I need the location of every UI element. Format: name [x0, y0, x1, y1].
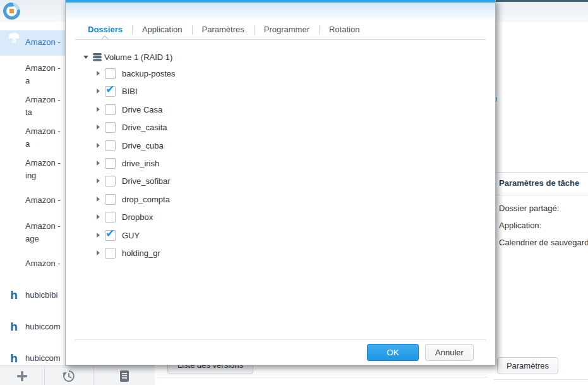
collapse-caret-icon[interactable]	[83, 56, 88, 59]
folder-row[interactable]: ✔ holding_gr	[97, 245, 160, 260]
panel-fields: Dossier partagé:Application:Calendrier d…	[499, 200, 588, 251]
folder-tree: Volume 1 (RAID 1) ✔ backup-postes ✔ BIBI…	[75, 46, 486, 267]
folder-checkbox[interactable]: ✔	[105, 104, 116, 115]
dialog-separator	[75, 339, 486, 340]
folder-checkbox[interactable]: ✔	[105, 86, 116, 97]
folder-label: drive_irish	[122, 159, 159, 168]
expand-caret-icon[interactable]	[97, 178, 100, 183]
checkmark-icon: ✔	[105, 83, 114, 96]
folder-checkbox[interactable]: ✔	[105, 248, 116, 259]
folder-label: Dropbox	[122, 212, 153, 222]
folder-checkbox[interactable]: ✔	[105, 212, 116, 223]
log-icon	[119, 370, 130, 382]
folder-row[interactable]: ✔ GUY	[97, 228, 140, 243]
add-task-button[interactable]	[0, 366, 45, 385]
expand-caret-icon[interactable]	[97, 125, 100, 130]
screen: a Amazon - a Amazon -a a Amazon -ta a Am…	[0, 0, 588, 385]
folder-checkbox[interactable]: ✔	[105, 176, 116, 186]
folder-row[interactable]: ✔ Drive Casa	[97, 102, 162, 117]
tabs-underline	[75, 39, 486, 40]
folder-label: drop_compta	[122, 195, 170, 204]
folder-checkbox[interactable]: ✔	[105, 194, 116, 205]
cloud-service-icon: h	[8, 321, 20, 333]
log-button[interactable]	[93, 366, 155, 385]
panel-title: Paramètres de tâche	[499, 178, 588, 188]
expand-caret-icon[interactable]	[97, 71, 100, 76]
folder-checkbox[interactable]: ✔	[105, 68, 116, 79]
folder-label: Drive_cuba	[122, 141, 164, 150]
folder-row[interactable]: ✔ Drive_sofibar	[97, 173, 171, 188]
folder-checkbox[interactable]: ✔	[105, 122, 116, 133]
task-field-label: Application:	[499, 217, 588, 234]
dialog-tab[interactable]: Dossiers	[78, 21, 132, 39]
volume-icon	[93, 53, 102, 61]
content-divider	[157, 377, 488, 377]
folder-label: BIBI	[122, 87, 138, 96]
folder-checkbox[interactable]: ✔	[105, 158, 116, 169]
dialog-tabs: DossiersApplicationParamètresProgrammerR…	[78, 21, 369, 39]
settings-button[interactable]: Paramètres	[497, 357, 558, 374]
task-field-label: Dossier partagé:	[499, 200, 588, 217]
ok-button[interactable]: OK	[367, 344, 419, 361]
folder-checkbox[interactable]: ✔	[105, 140, 116, 151]
folder-label: Drive Casa	[122, 105, 162, 114]
folder-row[interactable]: ✔ drive_irish	[97, 156, 159, 171]
dialog-tab[interactable]: Rotation	[320, 21, 369, 39]
expand-caret-icon[interactable]	[97, 214, 100, 219]
folder-row[interactable]: ✔ Drive_casita	[97, 119, 167, 135]
expand-caret-icon[interactable]	[97, 197, 100, 202]
folder-row[interactable]: ✔ Drive_cuba	[97, 138, 164, 153]
task-field-label: Calendrier de sauvegard	[499, 234, 588, 251]
folder-label: backup-postes	[122, 69, 176, 78]
expand-caret-icon[interactable]	[97, 107, 100, 112]
expand-caret-icon[interactable]	[97, 250, 100, 255]
backup-task-dialog: DossiersApplicationParamètresProgrammerR…	[65, 0, 496, 365]
folder-label: holding_gr	[122, 248, 160, 258]
dialog-tab[interactable]: Application	[133, 21, 192, 39]
hyper-backup-icon	[3, 3, 20, 20]
history-icon	[62, 369, 76, 383]
expand-caret-icon[interactable]	[97, 143, 100, 148]
dialog-header	[66, 3, 495, 21]
folder-checkbox[interactable]: ✔	[105, 230, 116, 241]
cloud-service-icon: h	[8, 289, 20, 302]
folder-row[interactable]: ✔ drop_compta	[97, 192, 170, 207]
checkmark-icon: ✔	[105, 227, 114, 240]
desktop-edge	[496, 0, 588, 2]
panel-title-underline	[494, 195, 588, 195]
panel-divider	[494, 379, 588, 380]
folder-label: Drive_casita	[122, 123, 167, 132]
folder-label: Drive_sofibar	[122, 176, 171, 186]
history-button[interactable]	[44, 366, 94, 385]
folder-row[interactable]: ✔ Dropbox	[97, 209, 153, 224]
cloud-service-icon: h	[8, 352, 20, 365]
expand-caret-icon[interactable]	[97, 233, 100, 238]
sidebar-toolbar	[0, 365, 155, 385]
add-task-icon	[16, 370, 28, 382]
folder-label: GUY	[122, 231, 140, 240]
dialog-tab[interactable]: Programmer	[255, 21, 319, 39]
cancel-button[interactable]: Annuler	[425, 344, 474, 361]
expand-caret-icon[interactable]	[97, 161, 100, 166]
tree-root-row[interactable]: Volume 1 (RAID 1)	[83, 49, 172, 64]
expand-caret-icon[interactable]	[97, 89, 100, 94]
volume-label: Volume 1 (RAID 1)	[104, 52, 172, 62]
dialog-tab[interactable]: Paramètres	[193, 21, 254, 39]
panel-top-border	[494, 172, 588, 173]
folder-row[interactable]: ✔ backup-postes	[97, 66, 176, 81]
folder-row[interactable]: ✔ BIBI	[97, 83, 138, 99]
